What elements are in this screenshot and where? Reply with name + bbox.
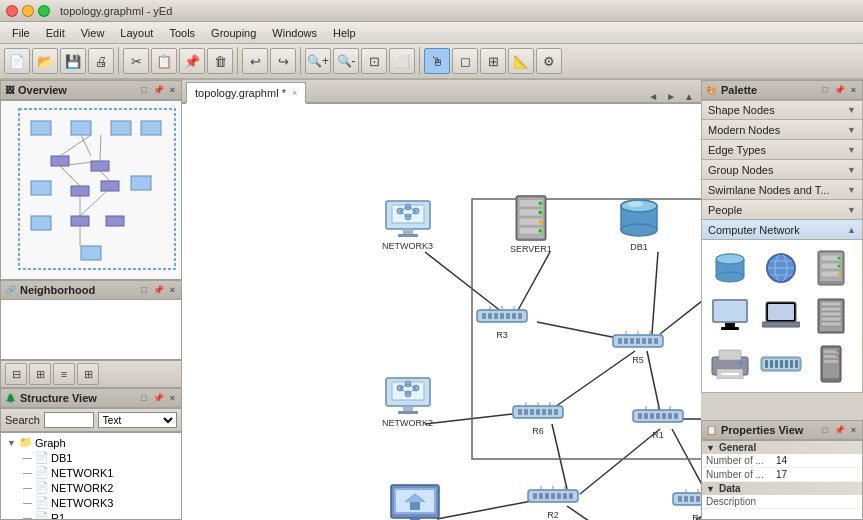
undo-button[interactable]: ↩ [242, 48, 268, 74]
palette-item-modern-nodes[interactable]: Modern Nodes ▼ [701, 120, 863, 140]
tab-nav-up[interactable]: ▲ [681, 91, 697, 102]
node-network2[interactable]: NETWORK2 [382, 376, 433, 428]
tree-item-network3[interactable]: — 📄 NETWORK3 [21, 495, 177, 510]
structure-close[interactable]: × [168, 393, 177, 403]
close-button[interactable] [6, 5, 18, 17]
search-type-select[interactable]: Text [98, 412, 177, 428]
collapse-button[interactable]: ⊟ [5, 363, 27, 385]
menu-view[interactable]: View [73, 25, 113, 41]
properties-pin[interactable]: 📌 [832, 425, 847, 435]
maximize-button[interactable] [38, 5, 50, 17]
node-r6[interactable]: R6 [512, 400, 564, 436]
tree-item-network2[interactable]: — 📄 NETWORK2 [21, 480, 177, 495]
expand-button[interactable]: ⊞ [29, 363, 51, 385]
palette-item-group-nodes[interactable]: Group Nodes ▼ [701, 160, 863, 180]
tree-item-network1[interactable]: — 📄 NETWORK1 [21, 465, 177, 480]
palette-item-edge-types[interactable]: Edge Types ▼ [701, 140, 863, 160]
save-button[interactable]: 💾 [60, 48, 86, 74]
overview-close[interactable]: × [168, 85, 177, 95]
palette-node-globe[interactable] [759, 246, 803, 290]
palette-item-people[interactable]: People ▼ [701, 200, 863, 220]
node-user2[interactable]: USER2 [390, 484, 440, 520]
node-r2[interactable]: R2 [527, 484, 579, 520]
palette-pin[interactable]: 📌 [832, 85, 847, 95]
node-server1[interactable]: SERVER1 [510, 194, 552, 254]
fit-page-button[interactable]: ⬜ [389, 48, 415, 74]
neighborhood-pin[interactable]: 📌 [151, 285, 166, 295]
print-button[interactable]: 🖨 [88, 48, 114, 74]
tree-item-r1[interactable]: — 📄 R1 [21, 510, 177, 520]
menu-help[interactable]: Help [325, 25, 364, 41]
grid-button[interactable]: ⊞ [480, 48, 506, 74]
tab-topology[interactable]: topology.graphml * × [186, 82, 306, 104]
cut-button[interactable]: ✂ [123, 48, 149, 74]
palette-node-laptop[interactable] [759, 294, 803, 338]
tab-nav-left[interactable]: ◄ [645, 91, 661, 102]
palette-node-tower[interactable] [809, 342, 853, 386]
tree-item-db1[interactable]: — 📄 DB1 [21, 450, 177, 465]
neighborhood-restore[interactable]: □ [139, 285, 148, 295]
overview-restore[interactable]: □ [139, 85, 148, 95]
copy-button[interactable]: 📋 [151, 48, 177, 74]
redo-button[interactable]: ↪ [270, 48, 296, 74]
palette-node-server[interactable] [809, 246, 853, 290]
zoom-out-button[interactable]: 🔍- [333, 48, 359, 74]
palette-node-rack[interactable] [809, 294, 853, 338]
snap-button[interactable]: 📐 [508, 48, 534, 74]
node-r5[interactable]: R5 [612, 329, 664, 365]
create-edge-button[interactable]: ◻ [452, 48, 478, 74]
palette-controls[interactable]: □ 📌 × [820, 85, 858, 95]
window-controls[interactable] [6, 5, 50, 17]
tree-view[interactable]: ▼ 📁 Graph — 📄 DB1 — 📄 NETWORK1 [0, 432, 182, 520]
menu-layout[interactable]: Layout [112, 25, 161, 41]
details-button[interactable]: ⊞ [77, 363, 99, 385]
structure-pin[interactable]: 📌 [151, 393, 166, 403]
menu-edit[interactable]: Edit [38, 25, 73, 41]
overview-controls[interactable]: □ 📌 × [139, 85, 177, 95]
node-db1[interactable]: DB1 [617, 196, 661, 252]
overview-pin[interactable]: 📌 [151, 85, 166, 95]
node-network3[interactable]: NETWORK3 [382, 199, 433, 251]
delete-button[interactable]: 🗑 [207, 48, 233, 74]
select-button[interactable]: 🖱 [424, 48, 450, 74]
palette-node-printer[interactable] [708, 342, 752, 386]
fit-button[interactable]: ⊡ [361, 48, 387, 74]
open-button[interactable]: 📂 [32, 48, 58, 74]
menu-windows[interactable]: Windows [264, 25, 325, 41]
zoom-in-button[interactable]: 🔍+ [305, 48, 331, 74]
palette-node-switch[interactable] [759, 342, 803, 386]
neighborhood-controls[interactable]: □ 📌 × [139, 285, 177, 295]
neighborhood-close[interactable]: × [168, 285, 177, 295]
palette-item-swimlane[interactable]: Swimlane Nodes and T... ▼ [701, 180, 863, 200]
section-arrow-data: ▼ [706, 484, 715, 494]
palette-close[interactable]: × [849, 85, 858, 95]
node-r1[interactable]: R1 [632, 404, 684, 440]
paste-button[interactable]: 📌 [179, 48, 205, 74]
properties-close[interactable]: × [849, 425, 858, 435]
structure-controls[interactable]: □ 📌 × [139, 393, 177, 403]
palette-node-db[interactable] [708, 246, 752, 290]
graph-canvas[interactable]: NETWORK3 SERVER1 [182, 104, 701, 520]
menu-tools[interactable]: Tools [161, 25, 203, 41]
search-input[interactable] [44, 412, 94, 428]
properties-restore[interactable]: □ [820, 425, 829, 435]
svg-rect-97 [630, 338, 634, 344]
properties-button[interactable]: ⚙ [536, 48, 562, 74]
tab-close-icon[interactable]: × [292, 88, 297, 98]
list-button[interactable]: ≡ [53, 363, 75, 385]
node-r3[interactable]: R3 [476, 304, 528, 340]
tree-item-graph[interactable]: ▼ 📁 Graph [5, 435, 177, 450]
palette-node-monitor[interactable] [708, 294, 752, 338]
properties-controls[interactable]: □ 📌 × [820, 425, 858, 435]
minimize-button[interactable] [22, 5, 34, 17]
menu-grouping[interactable]: Grouping [203, 25, 264, 41]
tab-nav-right[interactable]: ► [663, 91, 679, 102]
new-button[interactable]: 📄 [4, 48, 30, 74]
palette-item-computer-network[interactable]: Computer Network ▲ [701, 220, 863, 240]
structure-restore[interactable]: □ [139, 393, 148, 403]
menu-file[interactable]: File [4, 25, 38, 41]
palette-restore[interactable]: □ [820, 85, 829, 95]
palette-item-shape-nodes[interactable]: Shape Nodes ▼ [701, 100, 863, 120]
overview-canvas[interactable] [1, 101, 181, 279]
node-r4[interactable]: R4 [672, 487, 701, 520]
